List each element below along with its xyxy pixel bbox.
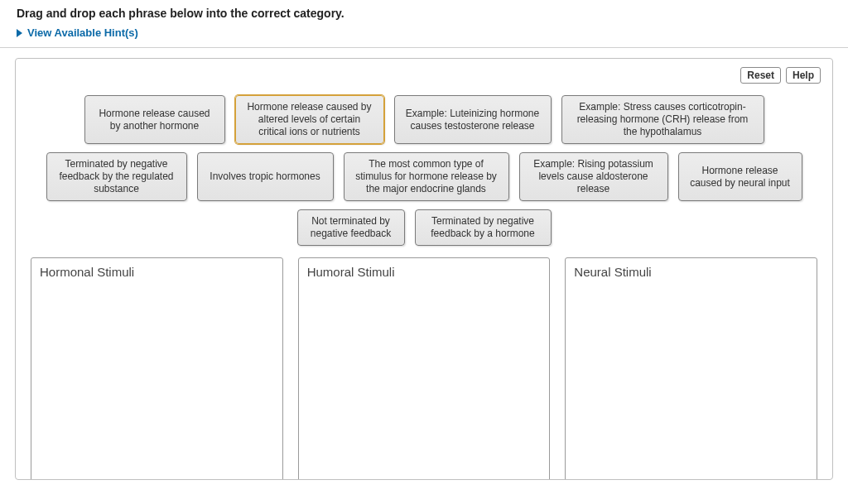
header: Drag and drop each phrase below into the…: [0, 0, 848, 48]
chip-involves-tropic-hormones[interactable]: Involves tropic hormones: [197, 152, 334, 201]
triangle-right-icon: [17, 29, 22, 37]
drop-title: Humoral Stimuli: [307, 265, 542, 279]
chip-hormone-release-neural-input[interactable]: Hormone release caused by neural input: [678, 152, 802, 201]
drop-zone-humoral[interactable]: Humoral Stimuli: [298, 257, 551, 480]
chip-hormone-release-altered-ions[interactable]: Hormone release caused by altered levels…: [235, 95, 384, 144]
chip-terminated-negative-feedback-hormone[interactable]: Terminated by negative feedback by a hor…: [415, 209, 552, 246]
drop-title: Hormonal Stimuli: [40, 265, 274, 279]
chip-not-terminated-negative-feedback[interactable]: Not terminated by negative feedback: [297, 209, 405, 246]
help-button[interactable]: Help: [786, 67, 821, 84]
chip-terminated-by-regulated-substance[interactable]: Terminated by negative feedback by the r…: [46, 152, 187, 201]
hints-label: View Available Hint(s): [27, 26, 138, 39]
chip-hormone-release-by-hormone[interactable]: Hormone release caused by another hormon…: [84, 95, 225, 144]
pool-row-2: Terminated by negative feedback by the r…: [46, 152, 802, 201]
drop-title: Neural Stimuli: [574, 265, 808, 279]
pool-row-3: Not terminated by negative feedback Term…: [297, 209, 552, 246]
reset-button[interactable]: Reset: [740, 67, 781, 84]
chip-most-common-stimulus[interactable]: The most common type of stimulus for hor…: [344, 152, 509, 201]
drop-zone-hormonal[interactable]: Hormonal Stimuli: [31, 257, 283, 480]
chip-example-lh-testosterone[interactable]: Example: Luteinizing hormone causes test…: [394, 95, 552, 144]
chip-example-stress-crh[interactable]: Example: Stress causes corticotropin-rel…: [561, 95, 764, 144]
drop-zone-neural[interactable]: Neural Stimuli: [565, 257, 817, 480]
phrase-pool: Hormone release caused by another hormon…: [27, 95, 821, 246]
drop-zones: Hormonal Stimuli Humoral Stimuli Neural …: [27, 257, 821, 480]
view-hints-toggle[interactable]: View Available Hint(s): [17, 26, 831, 39]
chip-example-potassium-aldosterone[interactable]: Example: Rising potassium levels cause a…: [519, 152, 668, 201]
instruction-text: Drag and drop each phrase below into the…: [17, 7, 831, 20]
toolbar: Reset Help: [27, 67, 821, 84]
pool-row-1: Hormone release caused by another hormon…: [84, 95, 764, 144]
activity-canvas: Reset Help Hormone release caused by ano…: [15, 58, 833, 480]
